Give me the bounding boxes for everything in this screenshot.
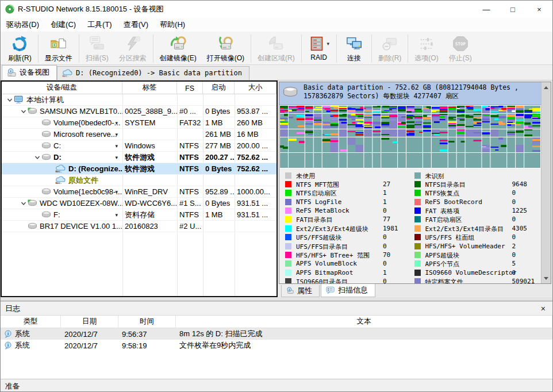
cell-label: SYSTEM [122,117,177,128]
column-header-3[interactable]: 启动 [203,82,235,94]
scroll-up-icon[interactable] [542,83,551,92]
legend-item: Ext2/Ext3/Ext4超级块1981 [282,224,411,233]
svg-text:Rec.: Rec. [55,182,62,185]
svg-text:STOP: STOP [455,41,466,47]
computer-icon [14,95,24,105]
toolbar-button-open-image[interactable]: 打开镜像(O) [202,33,249,64]
log-row[interactable]: i系统2020/12/79:58:19文件枚举在9秒内完成 [1,340,552,351]
horizontal-splitter[interactable] [1,297,552,301]
cell-label [122,94,177,105]
menu-item-4[interactable]: 帮助(H) [154,18,191,32]
scan-tab-0[interactable]: i属性 [281,285,320,297]
expander[interactable] [19,109,28,114]
toolbar-separator [301,34,302,63]
legend-item: UFS/FFS 柱面组0 [411,233,540,241]
row-dropdown-icon[interactable]: ▾ [115,212,118,218]
log-column-header-3[interactable]: 文本 [176,316,552,328]
menu-item-3[interactable]: 查看(V) [118,18,154,32]
toolbar-button-label: 创建镜像(E) [160,53,197,63]
legend-count: 1981 [383,225,398,232]
row-dropdown-icon[interactable]: ▾ [115,132,118,137]
toolbar-button-label: 选项(O) [414,53,438,63]
legend-label: FAT目录条目 [296,216,333,224]
row-dropdown-icon[interactable]: ▾ [115,143,118,149]
disk-green-icon [28,199,37,207]
legend-label: ReFS BootRecord [425,198,482,206]
menu-item-1[interactable]: 创建(C) [45,18,82,32]
toolbar-button-create-image[interactable]: 创建镜像(E) [155,33,202,64]
device-tree-row[interactable]: BR17 DEVICE V1.00 1....20160823#2 U... [2,221,276,232]
log-title: 日志 [5,303,20,314]
scan-info-area: Basic data partition - 752.62 GB (808121… [278,80,552,297]
view-tab-1[interactable]: Rec.D: (Recognized0) -> Basic data parti… [57,66,249,80]
view-tab-0[interactable]: i设备视图 [2,65,57,80]
device-tree-row[interactable]: F:▾资料存储NTFS1 MB931.51 ... [2,209,276,221]
toolbar-separator [79,34,79,63]
log-close-icon[interactable]: × [539,304,548,313]
device-tree-row[interactable]: D:▾软件游戏NTFS200.27 ...752.62 ... [2,152,276,163]
device-tree-row[interactable]: Rec.D: (Recognize...软件游戏NTFS0 Bytes752.6… [2,163,276,175]
menu-item-0[interactable]: 驱动器(D) [1,18,45,32]
device-tree-row[interactable]: Volume{1ecb0c98-...▾WinRE_DRVNTFS952.89 … [2,186,276,198]
legend-item: 未识别 [411,171,540,180]
legend-count: 0 [512,251,516,259]
legend-item: NTFS目录条目9648 [411,180,540,189]
row-dropdown-icon[interactable]: ▾ [115,120,118,126]
expander[interactable] [19,201,28,206]
scan-tab-1[interactable]: 扫描信息 [321,284,375,297]
device-tree-row[interactable]: C:▾WindowsNTFS277 MB200.00 ... [2,140,276,152]
expander[interactable] [33,155,41,160]
legend-label: APFS超级块 [425,251,460,260]
legend-color-chip [414,278,421,284]
device-tree-row[interactable]: Volume{0bedecf0-...▾SYSTEMFAT321 MB260 M… [2,117,276,129]
device-tree-row[interactable]: WDC WD10EZEX-08W...WD-WCC6Y6...#1 S...0 … [2,198,276,209]
device-tree-row[interactable]: SAMSUNG MZVLB1T0...0025_388B_9...#0 ...0… [2,106,276,117]
cell-fs: NTFS [177,186,203,197]
toolbar-button-label: 打开镜像(O) [207,53,244,63]
scan-tab-label: 扫描信息 [338,285,368,295]
raid-dropdown-icon[interactable]: ▾ [327,41,329,47]
disk-icon [41,153,51,161]
column-header-1[interactable]: 标签 [122,82,177,94]
scan-scrollbar[interactable] [541,82,551,283]
toolbar-separator [336,34,337,63]
device-tree-row[interactable]: 本地计算机 [2,94,276,106]
stop-icon: STOP [452,34,469,53]
legend-count: 5 [512,260,516,267]
toolbar-button-show-files[interactable]: 显示文件 [40,33,78,64]
row-dropdown-icon[interactable]: ▾ [115,155,118,160]
toolbar-button-partition-search: 分区搜索 [114,33,152,64]
log-row[interactable]: i系统2020/12/79:56:378m 12s 的 D: 扫描已完成 [1,328,552,340]
menu-item-2[interactable]: 工具(T) [82,18,118,32]
legend-item: FAT目录条目77 [282,215,411,224]
legend-item: NTFS LogFile1 [282,198,411,206]
maximize-icon[interactable]: □ [500,1,526,18]
row-dropdown-icon[interactable]: ▾ [115,189,118,195]
disk-icon [41,211,51,218]
log-column-header-0[interactable]: 类型 [1,316,61,328]
expander[interactable] [5,97,14,103]
column-header-2[interactable]: FS [177,82,203,94]
cell-fs: #0 ... [177,106,203,117]
toolbar-button-connect[interactable]: 连接 [338,33,370,64]
device-tree-row[interactable]: Rec.原始文件 [2,175,276,186]
log-info-icon: i [4,341,12,349]
close-icon[interactable]: × [526,1,552,18]
scan-block-map[interactable] [279,105,541,168]
minimize-icon[interactable]: — [473,1,500,18]
scroll-down-icon[interactable] [542,274,551,283]
disk-icon [41,142,51,149]
toolbar-button-raid[interactable]: ▾RAID [303,33,335,64]
log-column-header-1[interactable]: 日期 [61,316,118,328]
cell-label: WD-WCC6Y6... [122,198,177,209]
device-tree-row[interactable]: Microsoft reserve...▾261 MB16 MB [2,129,276,140]
toolbar-button-refresh[interactable]: 刷新(R) [3,33,37,64]
column-header-0[interactable]: ^设备/磁盘 [2,82,122,94]
column-header-4[interactable]: 大小 [235,82,276,94]
toolbar-button-label: 停止(S) [449,53,472,63]
legend-label: APFS BitmapRoot [296,269,353,276]
log-type: 系统 [15,340,30,351]
legend-column-right: 未识别NTFS目录条目9648NTFS恢复点0ReFS BootRecord0F… [411,171,540,284]
log-column-header-2[interactable]: 时间 [118,316,176,328]
legend-color-chip [414,172,421,179]
